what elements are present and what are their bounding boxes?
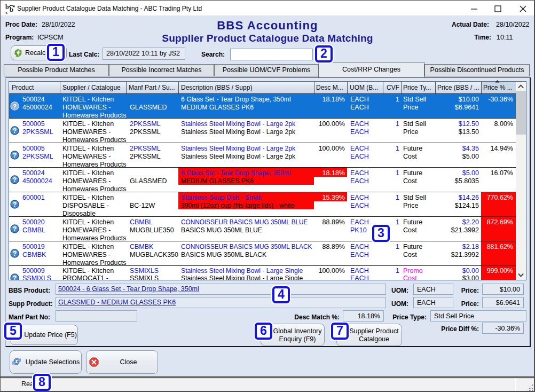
svg-text:?: ?: [13, 127, 17, 135]
svg-text:?: ?: [13, 201, 17, 208]
svg-text:s: s: [6, 10, 8, 14]
svg-text:?: ?: [13, 176, 17, 184]
svg-text:?: ?: [13, 103, 17, 109]
svg-text:?: ?: [13, 152, 17, 159]
svg-text:?: ?: [13, 250, 17, 257]
svg-text:b: b: [10, 5, 13, 13]
svg-text:?: ?: [13, 225, 17, 233]
